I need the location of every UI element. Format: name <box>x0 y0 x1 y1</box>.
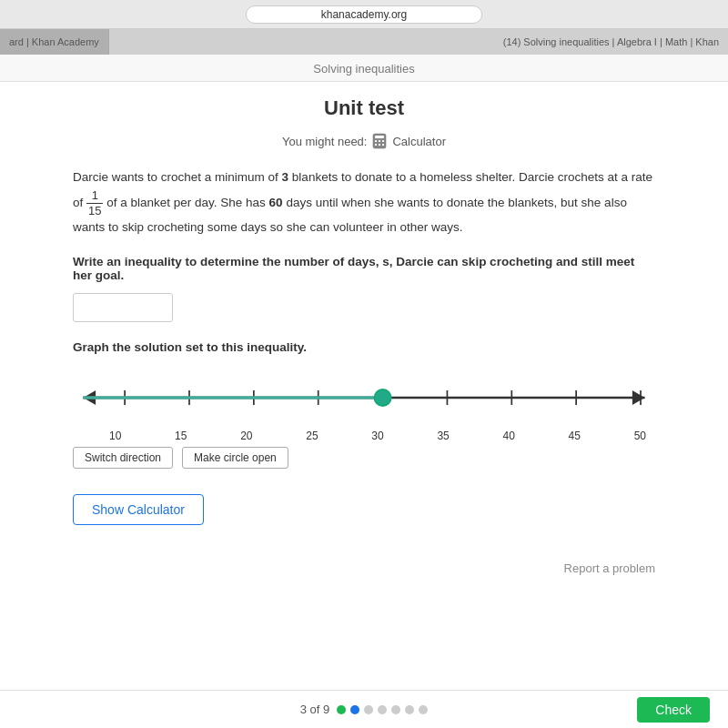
switch-direction-button[interactable]: Switch direction <box>73 447 173 469</box>
svg-rect-4 <box>382 140 384 142</box>
problem-text: Darcie wants to crochet a minimum of 3 b… <box>73 167 655 238</box>
svg-rect-2 <box>375 140 377 142</box>
progress-text: 3 of 9 <box>300 703 330 716</box>
dot-2 <box>350 705 359 714</box>
dot-3 <box>364 705 373 714</box>
tab-right: (14) Solving inequalities | Algebra I | … <box>494 29 728 55</box>
dot-4 <box>378 705 387 714</box>
solution-marker[interactable] <box>374 389 390 406</box>
svg-rect-5 <box>375 144 377 146</box>
label-30: 30 <box>371 430 383 442</box>
label-40: 40 <box>502 430 514 442</box>
arrow-right-icon <box>632 390 645 405</box>
browser-bar: khanacademy.org <box>0 0 728 29</box>
check-button[interactable]: Check <box>637 697 710 723</box>
inequality-prompt: Write an inequality to determine the num… <box>73 255 655 282</box>
progress-dots <box>337 705 428 714</box>
label-50: 50 <box>634 430 646 442</box>
label-45: 45 <box>569 430 581 442</box>
url-bar[interactable]: khanacademy.org <box>246 5 482 24</box>
svg-rect-3 <box>379 140 380 142</box>
fraction-numerator: 1 <box>86 188 103 204</box>
label-35: 35 <box>437 430 449 442</box>
calculator-icon <box>372 133 387 149</box>
make-circle-open-button[interactable]: Make circle open <box>182 447 288 469</box>
tab-left[interactable]: ard | Khan Academy <box>0 29 109 55</box>
number-line-buttons: Switch direction Make circle open <box>73 447 655 469</box>
calculator-notice-text: You might need: <box>282 135 367 148</box>
problem-bold-2: 60 <box>269 196 283 209</box>
graph-prompt: Graph the solution set to this inequalit… <box>73 340 655 354</box>
problem-text-1: Darcie wants to crochet a minimum of <box>73 170 282 184</box>
svg-rect-1 <box>375 136 384 138</box>
show-calculator-button[interactable]: Show Calculator <box>73 494 204 525</box>
dot-5 <box>391 705 400 714</box>
number-line-svg[interactable] <box>73 370 655 425</box>
calculator-label: Calculator <box>392 135 446 148</box>
problem-text-3: of a blanket per day. She has <box>103 196 268 209</box>
main-area: Unit test You might need: Calculator Dar… <box>36 82 692 639</box>
dot-1 <box>337 705 346 714</box>
page-header: Solving inequalities <box>0 55 728 82</box>
problem-bold-1: 3 <box>282 170 289 184</box>
label-15: 15 <box>175 430 187 442</box>
bottom-bar: 3 of 9 Check <box>0 690 728 728</box>
fraction-denominator: 15 <box>86 204 103 218</box>
dot-7 <box>419 705 428 714</box>
svg-rect-7 <box>382 144 384 146</box>
fraction: 115 <box>86 188 103 217</box>
number-line-labels: 10 15 20 25 30 35 40 45 50 <box>73 430 655 442</box>
svg-rect-6 <box>379 144 380 146</box>
dot-6 <box>405 705 414 714</box>
label-20: 20 <box>240 430 252 442</box>
tab-bar: ard | Khan Academy (14) Solving inequali… <box>0 29 728 55</box>
number-line-container: 10 15 20 25 30 35 40 45 50 <box>73 370 655 434</box>
report-problem[interactable]: Report a problem <box>73 561 655 575</box>
page-title: Unit test <box>73 96 655 120</box>
calculator-notice: You might need: Calculator <box>73 133 655 149</box>
page-content: Solving inequalities Unit test You might… <box>0 55 728 728</box>
label-25: 25 <box>306 430 318 442</box>
answer-input[interactable] <box>73 293 173 322</box>
label-10: 10 <box>109 430 121 442</box>
